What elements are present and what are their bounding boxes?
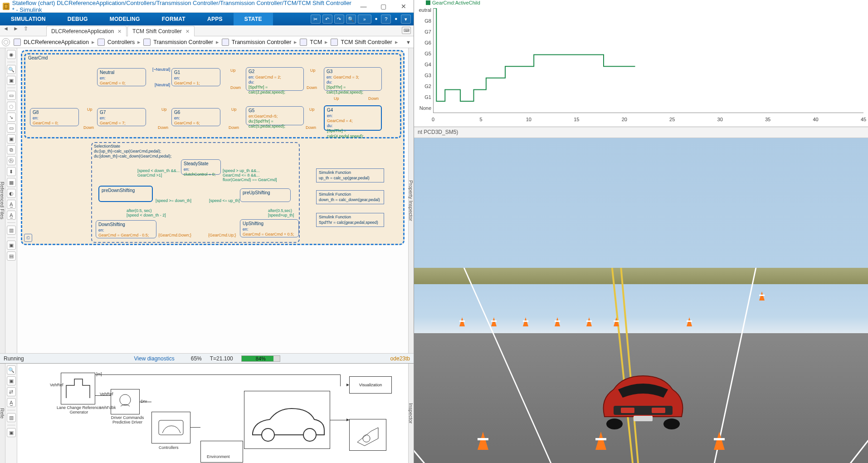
y-tick-label: G5 <box>414 51 433 56</box>
palette-zoom-icon[interactable]: 🔍 <box>7 65 16 74</box>
traffic-cone <box>459 317 465 326</box>
block-visualization[interactable]: Visualization <box>349 376 392 394</box>
state-neutral[interactable]: Neutral en: GearCmd = 0; <box>97 68 146 86</box>
breadcrumb-item[interactable]: Controllers <box>107 39 135 45</box>
palette-annotation2-icon[interactable]: A̲ <box>7 211 16 220</box>
x-tick-label: 0 <box>432 117 434 122</box>
x-tick-label: 45 <box>861 117 866 122</box>
status-bar: Running View diagnostics 65% T=21.100 84… <box>0 353 414 363</box>
breadcrumb-item[interactable]: Transmission Controller <box>153 39 213 45</box>
qa-cut-button[interactable]: ✂ <box>311 15 321 24</box>
ribbon-tab-apps[interactable]: APPS <box>196 13 234 25</box>
close-tab-icon[interactable]: ✕ <box>117 29 122 34</box>
palette-fit-icon[interactable]: ▣ <box>7 376 16 385</box>
palette-default-trans-icon[interactable]: ◐ <box>7 189 16 198</box>
svg-point-9 <box>606 419 623 429</box>
transition-label: Down <box>368 96 379 101</box>
state-g6[interactable]: G6 en: GearCmd = 6; <box>171 108 220 126</box>
breadcrumb-item[interactable]: TCM <box>310 39 322 45</box>
window-minimize-button[interactable]: — <box>353 0 373 13</box>
block-vehicle[interactable] <box>244 391 330 449</box>
palette-junction-icon[interactable]: ◌ <box>7 102 16 111</box>
window-close-button[interactable]: ✕ <box>394 0 414 13</box>
palette-screenshot-icon[interactable]: ▤ <box>7 251 16 261</box>
referenced-files-panel-tab[interactable]: Referenced Files <box>0 48 5 353</box>
guard-label: after(0.5,sec) [speed>up_th] <box>268 208 294 217</box>
palette-annotate-icon[interactable]: A̲ <box>7 398 16 407</box>
scope-plot[interactable]: GearCmd:ActiveChild eutral G8 G7 G6 G5 G… <box>414 0 868 127</box>
property-inspector-panel-tab[interactable]: Property Inspector <box>408 48 414 353</box>
qa-help-button[interactable]: ? <box>381 15 391 24</box>
state-g5[interactable]: G5 en:GearCmd=5; du:[SpdThr] = calc(5,pe… <box>246 106 304 125</box>
palette-simfunc-icon[interactable]: ▣ <box>7 134 16 143</box>
keyboard-icon[interactable]: ⌨ <box>402 27 411 34</box>
palette-zoom-icon[interactable]: 🔍 <box>7 365 16 374</box>
state-steadystate[interactable]: SteadyState en: clutchControl = 0; <box>181 159 221 175</box>
document-tab-dlcreferenceapplication[interactable]: DLCReferenceApplication ✕ <box>46 26 127 36</box>
palette-image-icon[interactable]: ▥ <box>7 413 16 422</box>
nav-back-button[interactable]: ◄ <box>1 25 11 32</box>
breadcrumb-item[interactable]: Transmission Controller <box>232 39 292 45</box>
superstate-gearcmd[interactable]: GearCmd Neutral en: GearCmd = 0; G1 en: … <box>24 53 401 138</box>
inspector-panel-tab-lower[interactable]: Inspector <box>408 364 414 463</box>
block-environment[interactable] <box>200 441 243 463</box>
close-tab-icon[interactable]: ✕ <box>185 29 190 34</box>
palette-image-icon[interactable]: ▥ <box>7 226 16 235</box>
palette-annotation-icon[interactable]: A̲ <box>7 200 16 209</box>
qa-more-button[interactable]: » <box>358 15 371 24</box>
block-lane-change-ref[interactable] <box>61 373 95 404</box>
state-preupshifting[interactable]: preUpShifting <box>240 188 291 202</box>
palette-box-icon[interactable]: ▭ <box>7 123 16 133</box>
ribbon-tab-simulation[interactable]: SIMULATION <box>0 13 57 25</box>
qa-undo-button[interactable]: ↶ <box>322 15 332 24</box>
ribbon-tab-format[interactable]: FORMAT <box>151 13 196 25</box>
palette-history-icon[interactable]: ⓗ <box>7 156 16 165</box>
view-diagnostics-link[interactable]: View diagnostics <box>134 355 175 362</box>
simfunc-calc-down[interactable]: Simulink Function down_th = calc_down(ge… <box>316 190 384 204</box>
palette-fit-icon[interactable]: ▣ <box>7 76 16 85</box>
qa-search-button[interactable]: 🔍 <box>346 15 356 24</box>
referenced-files-panel-tab-lower[interactable]: Refe <box>0 364 5 463</box>
state-g1[interactable]: G1 en: GearCmd = 1; <box>171 68 220 86</box>
block-scope[interactable] <box>349 419 386 451</box>
ribbon-tab-state[interactable]: STATE <box>234 13 273 25</box>
palette-transition-icon[interactable]: ↘ <box>7 113 16 122</box>
palette-record-icon[interactable]: ▣ <box>7 241 16 250</box>
palette-explorer-icon[interactable]: ◉ <box>7 50 16 59</box>
state-g2[interactable]: G2 en: GearCmd = 2; du: [SpdThr] = calc(… <box>246 67 304 91</box>
model-settings-icon[interactable] <box>2 38 10 46</box>
simulink-canvas[interactable]: Lane Change Reference Generator [m] VehR… <box>17 364 408 463</box>
qa-redo-button[interactable]: ↷ <box>334 15 344 24</box>
breadcrumb-item[interactable]: DLCReferenceApplication <box>24 39 89 45</box>
document-tab-tcm-shift-controller[interactable]: TCM Shift Controller ✕ <box>127 26 195 36</box>
nav-up-button[interactable]: ⇧ <box>21 25 31 32</box>
palette-graphfunc-icon[interactable]: ⬍ <box>7 167 16 176</box>
breadcrumb-item[interactable]: TCM Shift Controller <box>341 39 392 45</box>
palette-record-icon[interactable]: ▣ <box>7 428 16 437</box>
state-g3[interactable]: G3 en: GearCmd = 3; du: [SpdThr] = calc(… <box>324 67 382 91</box>
block-controllers[interactable] <box>151 412 190 443</box>
sim3d-viewport[interactable] <box>414 138 868 463</box>
qa-dropdown-button[interactable]: ▾ <box>401 15 411 24</box>
palette-matlabfunc-icon[interactable]: ▦ <box>7 178 16 187</box>
state-g4[interactable]: G4 en: GearCmd = 4; du: [SpdThr] = calc(… <box>324 105 382 131</box>
state-upshifting[interactable]: UpShifting en: GearCmd = GearCmd + 0.5; <box>240 219 299 237</box>
block-driver-commands[interactable] <box>111 389 140 414</box>
state-predownshifting[interactable]: preDownShifting <box>98 186 153 202</box>
state-g7[interactable]: G7 en: GearCmd = 7; <box>97 108 146 126</box>
state-g8[interactable]: G8 en: GearCmd = 0; <box>30 108 79 126</box>
x-tick-label: 5 <box>479 117 482 122</box>
ribbon-tab-debug[interactable]: DEBUG <box>57 13 99 25</box>
stateflow-canvas[interactable]: GearCmd Neutral en: GearCmd = 0; G1 en: … <box>17 48 408 353</box>
palette-state-icon[interactable]: ▭ <box>7 91 16 100</box>
simfunc-calc[interactable]: Simulink Function SpdThr = calc(gear,ped… <box>316 213 384 227</box>
nav-forward-button[interactable]: ► <box>11 25 21 32</box>
superstate-selectionstate[interactable]: SelectionState du:[up_th]=calc_up(GearCm… <box>91 142 300 243</box>
simfunc-calc-up[interactable]: Simulink Function up_th = calc_up(gear,p… <box>316 168 384 182</box>
palette-auto-icon[interactable]: ⇄ <box>7 387 16 396</box>
breadcrumb-dropdown-icon[interactable]: ▼ <box>406 39 411 45</box>
state-downshifting[interactable]: DownShifting en: GearCmd = GearCmd - 0.5… <box>96 220 156 238</box>
ribbon-tab-modeling[interactable]: MODELING <box>99 13 151 25</box>
palette-truthtable-icon[interactable]: ⧉ <box>7 145 16 154</box>
window-maximize-button[interactable]: ▢ <box>374 0 394 13</box>
